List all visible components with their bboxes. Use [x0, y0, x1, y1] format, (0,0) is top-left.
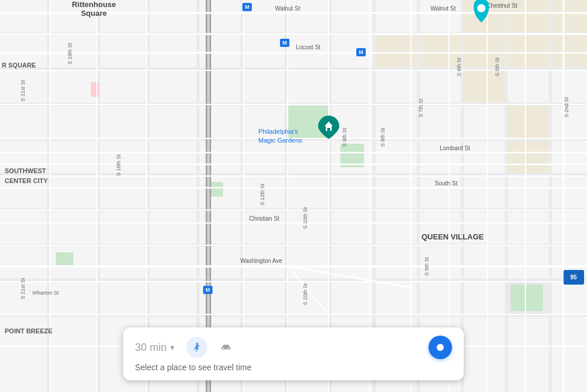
car-mode-button[interactable] — [215, 337, 237, 358]
svg-text:S 9th St: S 9th St — [342, 127, 348, 147]
svg-rect-98 — [100, 246, 147, 279]
svg-rect-85 — [150, 211, 197, 244]
svg-text:South St: South St — [435, 180, 458, 187]
svg-text:POINT BREEZE: POINT BREEZE — [5, 327, 52, 334]
svg-rect-66 — [508, 141, 549, 173]
svg-text:M: M — [205, 287, 210, 293]
toggle-button[interactable] — [429, 336, 452, 359]
walk-mode-button[interactable] — [186, 337, 207, 358]
svg-text:Philadelphia's: Philadelphia's — [258, 128, 298, 135]
svg-text:Magic Gardens: Magic Gardens — [258, 137, 302, 144]
svg-rect-133 — [464, 317, 505, 392]
svg-text:Walnut St: Walnut St — [275, 5, 301, 12]
svg-text:S 10th St: S 10th St — [302, 207, 308, 229]
svg-text:Rittenhouse: Rittenhouse — [72, 0, 116, 9]
svg-rect-89 — [332, 211, 373, 244]
svg-rect-84 — [100, 211, 147, 244]
svg-rect-67 — [552, 141, 587, 173]
svg-rect-17 — [150, 35, 197, 67]
svg-rect-120 — [511, 285, 543, 311]
svg-text:S 6th St: S 6th St — [456, 57, 462, 76]
svg-rect-70 — [100, 176, 147, 208]
svg-rect-122 — [552, 282, 587, 314]
svg-rect-107 — [508, 246, 549, 279]
travel-time-prompt: Select a place to see travel time — [135, 363, 251, 372]
svg-rect-119 — [464, 282, 505, 314]
svg-text:S 7th St: S 7th St — [418, 98, 424, 117]
svg-rect-118 — [420, 282, 461, 314]
svg-text:95: 95 — [570, 274, 577, 281]
svg-rect-134 — [508, 317, 549, 392]
svg-rect-42 — [50, 106, 97, 138]
svg-rect-88 — [288, 211, 329, 244]
svg-text:S 21st St: S 21st St — [20, 278, 26, 299]
chevron-down-icon: ▾ — [170, 343, 174, 352]
svg-text:S 12th St: S 12th St — [259, 183, 265, 205]
svg-text:Washington Ave: Washington Ave — [240, 258, 282, 264]
svg-rect-50 — [420, 106, 461, 138]
svg-text:S 8th St: S 8th St — [380, 127, 386, 147]
svg-rect-95 — [0, 246, 47, 279]
svg-rect-110 — [50, 282, 97, 314]
svg-rect-28 — [50, 70, 97, 103]
svg-text:S 5th St: S 5th St — [424, 256, 430, 276]
map-container: 95 Walnut St Walnut St Chestnut St Locus… — [0, 0, 587, 392]
svg-rect-116 — [332, 282, 373, 314]
svg-rect-76 — [332, 176, 373, 208]
svg-rect-97 — [56, 252, 73, 267]
svg-point-213 — [196, 343, 198, 344]
svg-text:SOUTHWEST: SOUTHWEST — [5, 167, 46, 174]
svg-rect-4 — [150, 0, 197, 32]
svg-rect-35 — [332, 70, 373, 103]
travel-prompt-row: Select a place to see travel time — [135, 363, 452, 372]
svg-rect-40 — [552, 70, 587, 103]
svg-text:S 19th St: S 19th St — [67, 42, 73, 65]
svg-rect-99 — [150, 246, 197, 279]
svg-rect-59 — [244, 141, 285, 173]
panel-controls-row: 30 min ▾ — [135, 336, 452, 359]
svg-text:CENTER CITY: CENTER CITY — [5, 177, 48, 184]
svg-rect-111 — [100, 282, 147, 314]
svg-rect-124 — [50, 317, 97, 392]
svg-rect-21 — [332, 35, 373, 67]
svg-point-215 — [228, 347, 230, 349]
svg-point-214 — [222, 347, 224, 349]
svg-rect-114 — [244, 282, 285, 314]
svg-rect-8 — [332, 0, 373, 32]
svg-rect-103 — [332, 246, 373, 279]
svg-rect-16 — [100, 35, 147, 67]
svg-rect-112 — [150, 282, 197, 314]
svg-rect-44 — [150, 106, 197, 138]
svg-rect-55 — [50, 141, 97, 173]
time-label: 30 min — [135, 342, 167, 354]
svg-text:Square: Square — [81, 9, 107, 18]
time-selector[interactable]: 30 min ▾ — [135, 342, 174, 354]
svg-text:M: M — [245, 4, 249, 10]
svg-rect-93 — [508, 211, 549, 244]
svg-rect-19 — [244, 35, 285, 67]
svg-text:S 18th St: S 18th St — [116, 154, 122, 176]
svg-rect-82 — [0, 211, 47, 244]
svg-text:Lombard St: Lombard St — [440, 145, 470, 151]
svg-rect-115 — [288, 282, 329, 314]
svg-text:QUEEN VILLAGE: QUEEN VILLAGE — [421, 232, 484, 241]
svg-rect-83 — [50, 211, 97, 244]
svg-rect-30 — [100, 70, 147, 103]
svg-rect-23 — [420, 35, 461, 67]
svg-rect-20 — [288, 35, 329, 67]
svg-rect-69 — [50, 176, 97, 208]
svg-text:S 10th St: S 10th St — [302, 283, 308, 305]
svg-rect-71 — [150, 176, 197, 208]
svg-text:Walnut St: Walnut St — [431, 5, 456, 12]
svg-text:S 2nd St: S 2nd St — [564, 97, 569, 117]
svg-rect-13 — [552, 0, 587, 32]
svg-rect-15 — [50, 35, 97, 67]
svg-rect-37 — [420, 70, 461, 103]
svg-text:Locust St: Locust St — [296, 44, 321, 50]
svg-text:S 5th St: S 5th St — [494, 57, 500, 76]
svg-rect-81 — [552, 176, 587, 208]
svg-rect-209 — [328, 128, 330, 131]
svg-rect-53 — [552, 106, 587, 138]
svg-rect-31 — [150, 70, 197, 103]
svg-rect-1 — [0, 0, 47, 32]
